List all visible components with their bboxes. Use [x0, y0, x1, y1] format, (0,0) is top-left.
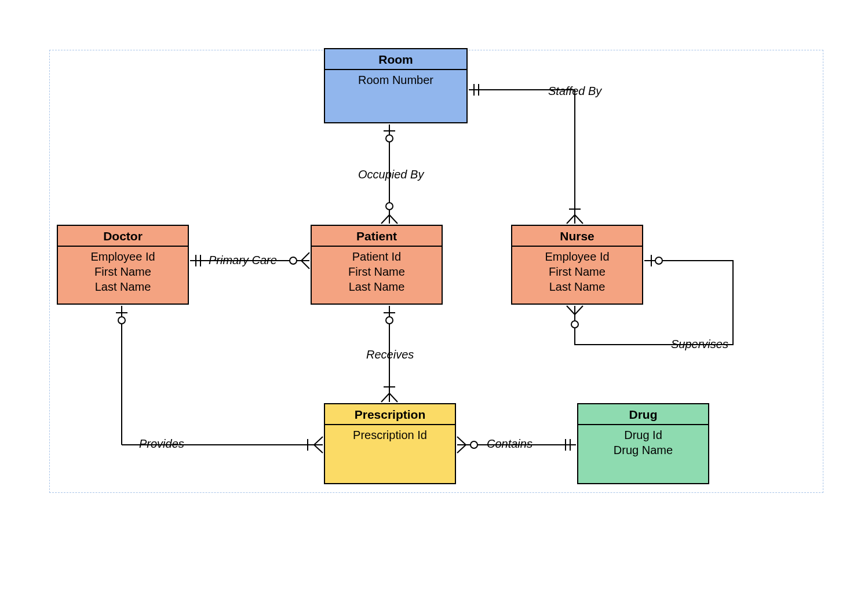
attr: Last Name — [315, 279, 438, 294]
entity-drug-attrs: Drug Id Drug Name — [578, 425, 708, 460]
entity-patient-title: Patient — [312, 226, 442, 247]
rel-primarycare-label: Primary Care — [209, 254, 277, 267]
entity-prescription[interactable]: Prescription Prescription Id — [324, 403, 456, 484]
entity-doctor-title: Doctor — [58, 226, 188, 247]
attr: Prescription Id — [329, 427, 451, 443]
entity-nurse[interactable]: Nurse Employee Id First Name Last Name — [511, 225, 643, 305]
attr: Last Name — [61, 279, 184, 294]
rel-receives-label: Receives — [366, 348, 414, 361]
entity-doctor[interactable]: Doctor Employee Id First Name Last Name — [57, 225, 189, 305]
entity-room-attrs: Room Number — [325, 70, 466, 90]
attr: Room Number — [329, 72, 463, 87]
entity-nurse-title: Nurse — [512, 226, 642, 247]
attr: Drug Name — [582, 443, 705, 458]
entity-patient[interactable]: Patient Patient Id First Name Last Name — [311, 225, 443, 305]
entity-prescription-title: Prescription — [325, 404, 455, 425]
attr: Employee Id — [516, 249, 639, 264]
rel-contains-label: Contains — [487, 437, 533, 451]
rel-occupiedby-label: Occupied By — [358, 168, 424, 181]
entity-room[interactable]: Room Room Number — [324, 48, 468, 123]
entity-drug-title: Drug — [578, 404, 708, 425]
attr: First Name — [315, 264, 438, 279]
attr: First Name — [516, 264, 639, 279]
entity-prescription-attrs: Prescription Id — [325, 425, 455, 445]
attr: Last Name — [516, 279, 639, 294]
attr: First Name — [61, 264, 184, 279]
rel-provides-label: Provides — [139, 437, 184, 451]
entity-nurse-attrs: Employee Id First Name Last Name — [512, 247, 642, 297]
attr: Employee Id — [61, 249, 184, 264]
attr: Drug Id — [582, 427, 705, 443]
rel-supervises-label: Supervises — [671, 338, 728, 351]
entity-patient-attrs: Patient Id First Name Last Name — [312, 247, 442, 297]
entity-room-title: Room — [325, 49, 466, 70]
entity-drug[interactable]: Drug Drug Id Drug Name — [577, 403, 709, 484]
entity-doctor-attrs: Employee Id First Name Last Name — [58, 247, 188, 297]
attr: Patient Id — [315, 249, 438, 264]
rel-staffedby-label: Staffed By — [548, 85, 601, 98]
